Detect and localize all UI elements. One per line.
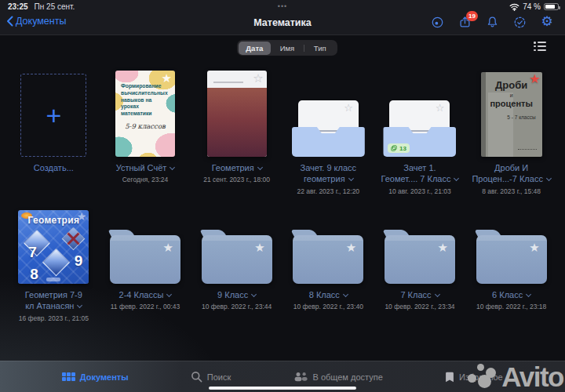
file-name: Геометрия bbox=[212, 163, 254, 172]
file-item-geometria-7-9[interactable]: Геометрия 7 9 8 ★ Геометрия 7-9 кл Атана… bbox=[8, 201, 100, 322]
document-thumbnail[interactable]: Формирование вычислительных навыков на у… bbox=[115, 71, 175, 157]
chevron-down-icon[interactable] bbox=[435, 292, 440, 297]
ipad-files-screen: 23:25 Пн 25 сент. ••• 74 % bbox=[0, 0, 565, 392]
sync-status-icon[interactable] bbox=[512, 15, 527, 29]
star-outline-icon: ☆ bbox=[344, 103, 353, 113]
favorite-star-icon: ★ bbox=[254, 241, 264, 253]
chevron-down-icon[interactable] bbox=[257, 165, 263, 170]
status-bar: 23:25 Пн 25 сент. ••• 74 % bbox=[0, 2, 565, 13]
battery-percent: 74 % bbox=[523, 2, 541, 11]
sort-tab-name[interactable]: Имя bbox=[271, 42, 304, 55]
book-thumbnail[interactable]: Геометрия 7 9 8 ★ bbox=[18, 210, 89, 284]
grid-icon bbox=[62, 372, 75, 381]
cover-title-2: проценты bbox=[481, 99, 542, 108]
file-item-drobi[interactable]: Дроби и проценты 5 - 7 классы ★ Дроби И … bbox=[465, 66, 557, 195]
folder-icon[interactable]: ★ bbox=[476, 235, 547, 284]
chevron-down-icon[interactable] bbox=[166, 292, 172, 297]
avito-logo-icon bbox=[468, 364, 499, 390]
document-thumbnail[interactable]: ☆ bbox=[292, 100, 365, 157]
document-thumbnail[interactable]: ☆ bbox=[207, 71, 267, 157]
sort-tab-type[interactable]: Тип bbox=[304, 42, 337, 55]
cover-number-9: 9 bbox=[75, 253, 83, 268]
badge-count: 13 bbox=[399, 145, 406, 152]
favorite-star-icon: ★ bbox=[163, 241, 173, 253]
notification-count-badge: 19 bbox=[466, 11, 478, 21]
file-item-zachet-9[interactable]: ☆ Зачет. 9 класс геометрия 22 авг. 2023 … bbox=[282, 66, 374, 195]
folder-date: 11 февр. 2022 г., 00:43 bbox=[111, 303, 180, 310]
file-name: Геометрия 7-9 кл Атанасян bbox=[25, 290, 82, 310]
multitask-dots-icon[interactable]: ••• bbox=[278, 4, 287, 9]
document-thumbnail[interactable]: ☆ 13 bbox=[383, 100, 456, 157]
folder-item-6[interactable]: ★ 6 Класс 10 февр. 2022 г., 23:18 bbox=[465, 201, 557, 322]
folder-item-7[interactable]: ★ 7 Класс 10 февр. 2022 г., 23:34 bbox=[374, 201, 466, 322]
status-time: 23:25 bbox=[8, 2, 28, 11]
folder-icon[interactable]: ★ bbox=[385, 235, 455, 284]
shared-count-badge: 13 bbox=[388, 143, 409, 153]
people-icon bbox=[293, 372, 308, 382]
folder-item-2-4[interactable]: ★ 2-4 Классы 11 февр. 2022 г., 00:43 bbox=[100, 201, 191, 322]
document-thumbnail[interactable]: Дроби и проценты 5 - 7 классы ★ bbox=[481, 72, 542, 157]
chevron-down-icon[interactable] bbox=[348, 176, 354, 181]
nav-bar: Документы Математика 19 bbox=[0, 13, 565, 34]
file-date: Сегодня, 23:24 bbox=[122, 176, 169, 183]
file-item-zachet-1[interactable]: ☆ 13 Зачет 1. Геомет.... 7 Класс 10 авг.… bbox=[374, 66, 466, 195]
chevron-down-icon[interactable] bbox=[170, 165, 175, 170]
folder-name: 8 Класс bbox=[309, 290, 340, 299]
favorite-star-icon: ★ bbox=[529, 73, 540, 85]
folder-item-9[interactable]: ★ 9 Класс 10 февр. 2022 г., 23:44 bbox=[191, 201, 282, 322]
gear-icon[interactable]: ⚙ bbox=[540, 15, 554, 29]
folder-name: 9 Класс bbox=[217, 290, 248, 299]
recents-timer-icon[interactable] bbox=[430, 15, 444, 29]
folder-date: 10 февр. 2022 г., 23:44 bbox=[202, 303, 272, 310]
tab-shared[interactable]: В общем доступе bbox=[293, 372, 383, 382]
favorite-star-icon: ★ bbox=[438, 241, 448, 253]
chevron-down-icon[interactable] bbox=[546, 176, 552, 181]
cover-number-7: 7 bbox=[28, 245, 37, 260]
chevron-down-icon[interactable] bbox=[526, 292, 531, 297]
folder-date: 10 февр. 2022 г., 23:34 bbox=[385, 303, 454, 310]
favorite-star-icon: ★ bbox=[77, 211, 87, 222]
file-date: 21 сент. 2023 г., 18:00 bbox=[203, 176, 270, 183]
chevron-down-icon[interactable] bbox=[343, 292, 348, 297]
tab-label: В общем доступе bbox=[313, 372, 383, 382]
bell-icon[interactable] bbox=[485, 15, 499, 29]
create-box[interactable]: + bbox=[20, 74, 86, 157]
file-name: Зачет 1. Геомет.... 7 Класс bbox=[381, 163, 450, 183]
file-item-geometria[interactable]: ☆ Геометрия 21 сент. 2023 г., 18:00 bbox=[191, 66, 282, 195]
file-date: 22 авг. 2023 г., 12:20 bbox=[297, 187, 360, 195]
folder-icon[interactable]: ★ bbox=[202, 235, 272, 284]
favorite-star-icon: ★ bbox=[529, 241, 539, 253]
create-label: Создать... bbox=[34, 163, 74, 172]
cover-subtitle: 5-9 классов bbox=[115, 122, 175, 130]
sort-tab-date[interactable]: Дата bbox=[239, 42, 272, 55]
wifi-icon bbox=[509, 3, 519, 11]
tab-label: Документы bbox=[80, 372, 129, 382]
folder-icon[interactable]: ★ bbox=[110, 235, 180, 284]
folder-date: 10 февр. 2022 г., 23:40 bbox=[293, 303, 363, 310]
folder-icon[interactable]: ★ bbox=[293, 235, 363, 284]
export-share-icon[interactable]: 19 bbox=[457, 15, 472, 29]
watermark-text: Avito bbox=[501, 363, 563, 390]
file-item-ustny-schet[interactable]: Формирование вычислительных навыков на у… bbox=[100, 66, 191, 195]
create-tile[interactable]: + Создать... bbox=[8, 66, 100, 195]
home-indicator[interactable] bbox=[209, 387, 356, 390]
folder-date: 10 февр. 2022 г., 23:18 bbox=[476, 303, 546, 310]
folder-item-8[interactable]: ★ 8 Класс 10 февр. 2022 г., 23:40 bbox=[282, 201, 374, 322]
plus-icon: + bbox=[46, 102, 61, 129]
folder-name: 7 Класс bbox=[400, 290, 431, 299]
tab-documents[interactable]: Документы bbox=[62, 372, 128, 382]
avito-watermark: Avito bbox=[468, 363, 563, 390]
file-name: Дроби И Процен...-7 Класс bbox=[472, 163, 542, 183]
chevron-down-icon[interactable] bbox=[77, 303, 82, 308]
file-name: Зачет. 9 класс геометрия bbox=[301, 163, 357, 183]
grid-row-2: Геометрия 7 9 8 ★ Геометрия 7-9 кл Атана… bbox=[8, 201, 557, 322]
file-date: 16 февр. 2023 г., 21:05 bbox=[19, 314, 89, 322]
list-view-toggle-icon[interactable] bbox=[534, 41, 546, 52]
folder-name: 2-4 Классы bbox=[119, 290, 164, 299]
cover-text: Формирование вычислительных навыков на у… bbox=[121, 83, 170, 118]
chevron-down-icon[interactable] bbox=[454, 176, 459, 181]
tab-search[interactable]: Поиск bbox=[191, 371, 231, 383]
chevron-down-icon[interactable] bbox=[251, 292, 257, 297]
star-outline-icon: ☆ bbox=[253, 72, 263, 84]
cover-subtitle: 5 - 7 классы bbox=[507, 114, 535, 120]
